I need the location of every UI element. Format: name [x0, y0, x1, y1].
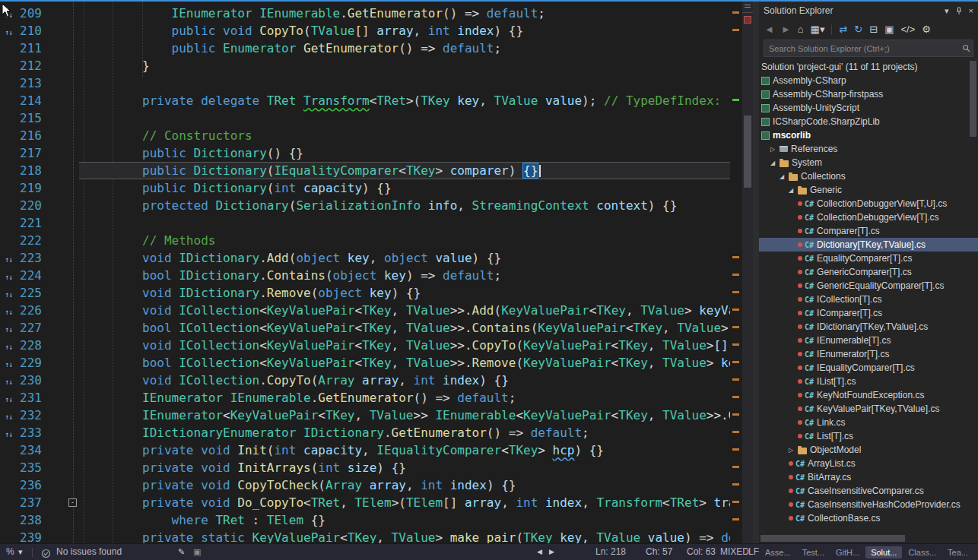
line-number[interactable]: 210 — [17, 22, 49, 40]
line-number[interactable]: 229 — [17, 354, 49, 372]
glyph-cell[interactable] — [0, 92, 17, 109]
tree-item[interactable]: C#ArrayList.cs — [759, 457, 978, 470]
line-number[interactable]: 211 — [17, 40, 49, 57]
code-line[interactable]: private void Do_CopyTo<TRet, TElem>(TEle… — [79, 494, 730, 511]
glyph-cell[interactable] — [0, 529, 17, 543]
line-numbers[interactable]: 2092102112122132142152162172182192202212… — [17, 2, 49, 543]
tree-item[interactable]: C#CaseInsensitiveComparer.cs — [759, 484, 978, 498]
fold-collapse-box[interactable]: - — [68, 498, 77, 507]
tree-item[interactable]: C#Link.cs — [759, 416, 978, 429]
split-editor-handle[interactable] — [742, 2, 753, 13]
line-number[interactable]: 233 — [17, 424, 49, 441]
glyph-cell[interactable]: ↑↓ — [0, 267, 17, 284]
tree-item[interactable]: C#CaseInsensitiveHashCodeProvider.cs — [759, 498, 978, 511]
tree-item[interactable]: ◢System — [759, 156, 978, 169]
glyph-cell[interactable] — [0, 197, 17, 214]
tree-item[interactable]: C#KeyNotFoundException.cs — [759, 388, 978, 402]
show-all-files-icon[interactable]: ▣ — [884, 20, 894, 39]
code-line[interactable]: IEnumerator<KeyValuePair<TKey, TValue>> … — [79, 407, 730, 424]
issues-status-text[interactable]: No issues found — [56, 544, 122, 560]
code-line[interactable]: // Methods — [79, 232, 730, 249]
tree-item[interactable]: C#CollectionDebuggerView[T,U].cs — [759, 197, 978, 210]
glyph-cell[interactable] — [0, 162, 17, 179]
line-number[interactable]: 234 — [17, 441, 49, 459]
tree-item[interactable]: C#GenericEqualityComparer[T].cs — [759, 279, 978, 293]
line-number[interactable]: 238 — [17, 511, 49, 529]
tree-item[interactable]: C#CollectionBase.cs — [759, 511, 978, 525]
line-number[interactable]: 217 — [17, 144, 49, 162]
line-number[interactable]: 224 — [17, 267, 49, 284]
glyph-cell[interactable] — [0, 57, 17, 74]
glyph-cell[interactable] — [0, 109, 17, 127]
glyph-cell[interactable]: ↑↓ — [0, 424, 17, 441]
no-issues-icon[interactable] — [41, 548, 51, 560]
tree-item[interactable]: Assembly-CSharp — [759, 74, 978, 87]
search-box[interactable] — [764, 40, 973, 57]
code-line[interactable]: private void CopyToCheck(Array array, in… — [79, 476, 730, 494]
tool-window-tab[interactable]: Class... — [903, 546, 941, 558]
tree-item[interactable]: Assembly-UnityScript — [759, 101, 978, 115]
tree-item[interactable]: C#IDictionary[TKey,TValue].cs — [759, 320, 978, 334]
zoom-control[interactable]: % — [6, 544, 14, 560]
code-line[interactable]: private static KeyValuePair<TKey, TValue… — [79, 529, 730, 543]
tree-collapsed-arrow-icon[interactable]: ▷ — [770, 146, 780, 153]
search-input[interactable] — [764, 44, 959, 53]
code-line[interactable]: void IDictionary.Add(object key, object … — [79, 249, 730, 267]
line-number[interactable]: 237 — [17, 494, 49, 511]
code-line[interactable]: private delegate TRet Transform<TRet>(TK… — [79, 92, 730, 109]
explorer-vertical-scrollbar[interactable] — [969, 59, 977, 531]
solution-explorer-titlebar[interactable]: Solution Explorer ▾ × — [759, 2, 978, 20]
editor-vertical-scrollbar[interactable] — [742, 2, 753, 543]
tree-item[interactable]: ICSharpCode.SharpZipLib — [759, 115, 978, 128]
code-line[interactable]: IEnumerator IEnumerable.GetEnumerator() … — [79, 5, 730, 22]
line-number[interactable]: 235 — [17, 459, 49, 476]
sync-with-active-document-icon[interactable]: ⇄ — [839, 20, 847, 39]
code-line[interactable]: where TRet : TElem {} — [79, 511, 730, 529]
line-number[interactable]: 209 — [17, 5, 49, 22]
explorer-horizontal-scrollbar[interactable] — [760, 535, 967, 542]
solution-tree[interactable]: Solution 'project-gui' (11 of 11 project… — [759, 59, 978, 543]
tool-window-tab[interactable]: Solut... — [865, 546, 902, 558]
tree-item[interactable]: C#ICollection[T].cs — [759, 293, 978, 306]
tree-collapsed-arrow-icon[interactable]: ▷ — [789, 447, 798, 454]
scroll-left-icon[interactable]: ◀ — [537, 544, 542, 560]
refresh-icon[interactable]: ↻ — [854, 20, 862, 39]
tree-expanded-arrow-icon[interactable]: ◢ — [770, 160, 780, 166]
line-number[interactable]: 212 — [17, 57, 49, 74]
glyph-cell[interactable] — [0, 459, 17, 476]
tool-window-tab[interactable]: Asse... — [760, 546, 796, 558]
tree-item[interactable]: C#BitArray.cs — [759, 470, 978, 484]
glyph-cell[interactable]: ↑↓ — [0, 249, 17, 267]
code-line[interactable]: bool ICollection<KeyValuePair<TKey, TVal… — [79, 319, 730, 337]
collapse-all-icon[interactable]: ⊟ — [869, 20, 878, 39]
document-health-icon[interactable] — [744, 16, 751, 24]
tree-item[interactable]: C#GenericComparer[T].cs — [759, 265, 978, 279]
code-line[interactable]: public Dictionary() {} — [79, 144, 730, 162]
explorer-vscroll-thumb[interactable] — [970, 61, 976, 137]
view-code-icon[interactable]: </> — [900, 20, 915, 39]
properties-icon[interactable]: ⚙ — [922, 20, 931, 39]
tree-item[interactable]: C#IEqualityComparer[T].cs — [759, 361, 978, 375]
explorer-hscroll-thumb[interactable] — [760, 535, 905, 542]
code-line[interactable] — [79, 109, 730, 127]
line-number[interactable]: 226 — [17, 302, 49, 319]
glyph-cell[interactable] — [0, 232, 17, 249]
code-line[interactable]: void ICollection<KeyValuePair<TKey, TVal… — [79, 337, 730, 354]
line-number[interactable]: 221 — [17, 214, 49, 232]
code-line[interactable]: // Constructors — [79, 127, 730, 144]
tree-item[interactable]: C#IComparer[T].cs — [759, 306, 978, 320]
line-number[interactable]: 222 — [17, 232, 49, 249]
code-line[interactable]: IEnumerator IEnumerable.GetEnumerator() … — [79, 389, 730, 407]
code-line[interactable]: protected Dictionary(SerializationInfo i… — [79, 197, 730, 214]
tree-expanded-arrow-icon[interactable]: ◢ — [789, 187, 798, 194]
glyph-cell[interactable]: ↑↓ — [0, 284, 17, 302]
tree-item[interactable]: ◢Generic — [759, 183, 978, 197]
line-number[interactable]: 219 — [17, 179, 49, 197]
glyph-margin[interactable]: ↑↓↑↓↑↓↑↓↑↓↑↓↑↓↑↓↑↓↑↓↑↓↑↓↑↓ — [0, 2, 17, 543]
switch-views-icon[interactable]: ▦▾ — [811, 20, 825, 39]
forward-icon[interactable]: ► — [781, 20, 791, 39]
line-number[interactable]: 231 — [17, 389, 49, 407]
tree-expanded-arrow-icon[interactable]: ◢ — [780, 173, 789, 180]
glyph-cell[interactable] — [0, 441, 17, 459]
code-line[interactable]: private void Init(int capacity, IEqualit… — [79, 441, 730, 459]
